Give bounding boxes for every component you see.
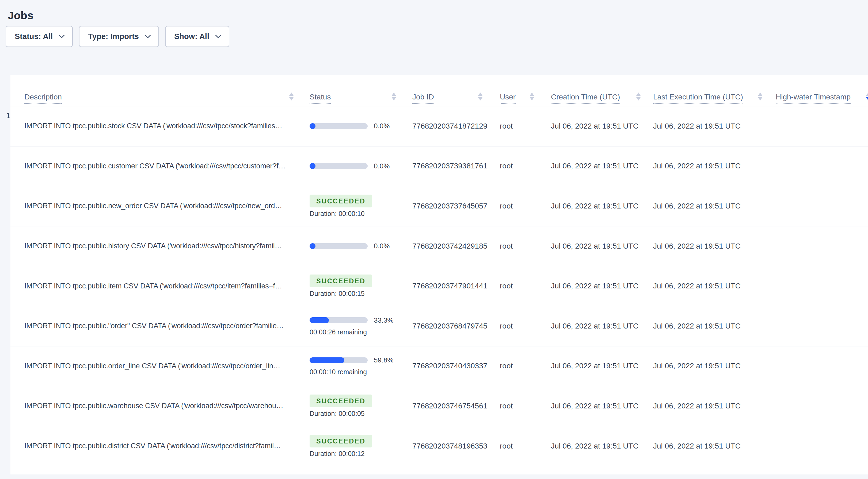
job-status: 33.3% 00:00:26 remaining	[299, 316, 401, 336]
progress-bar-fill	[310, 243, 315, 249]
type-filter-label: Type: Imports	[88, 32, 139, 41]
sort-asc-icon[interactable]	[636, 93, 641, 96]
column-header[interactable]: Description	[10, 93, 299, 104]
table-row: IMPORT INTO tpcc.public.stock CSV DATA (…	[10, 106, 868, 146]
sort-asc-icon[interactable]	[530, 93, 534, 96]
job-id: 776820203741872129	[401, 122, 488, 131]
job-description: IMPORT INTO tpcc.public.item CSV DATA ('…	[10, 282, 299, 290]
sort-arrows-icon[interactable]	[530, 93, 534, 101]
job-user: root	[488, 162, 539, 170]
job-id: 776820203740430337	[401, 362, 488, 370]
sort-desc-icon[interactable]	[289, 97, 293, 101]
sort-arrows-icon[interactable]	[392, 93, 396, 101]
sort-arrows-icon[interactable]	[758, 93, 762, 101]
progress-bar	[310, 357, 368, 363]
sort-desc-icon[interactable]	[866, 97, 868, 101]
job-id: 776820203747901441	[401, 282, 488, 290]
show-filter-dropdown[interactable]: Show: All	[165, 26, 229, 47]
progress-bar-fill	[310, 123, 315, 129]
sort-desc-icon[interactable]	[758, 97, 762, 101]
column-header[interactable]: Creation Time (UTC)	[539, 93, 646, 104]
last-execution-time: Jul 06, 2022 at 19:51 UTC	[646, 402, 768, 410]
last-execution-time: Jul 06, 2022 at 19:51 UTC	[646, 362, 768, 370]
sort-desc-icon[interactable]	[636, 97, 641, 101]
sort-asc-icon[interactable]	[478, 93, 483, 96]
last-execution-time: Jul 06, 2022 at 19:51 UTC	[646, 122, 768, 131]
progress-bar	[310, 163, 368, 169]
job-user: root	[488, 362, 539, 370]
sort-arrows-icon[interactable]	[866, 93, 868, 101]
column-label[interactable]: Last Execution Time (UTC)	[653, 93, 743, 104]
creation-time: Jul 06, 2022 at 19:51 UTC	[539, 282, 646, 290]
progress-percent: 59.8%	[374, 356, 394, 364]
column-label[interactable]: Status	[310, 93, 331, 104]
table-row: IMPORT INTO tpcc.public.customer CSV DAT…	[10, 146, 868, 186]
remaining-label: 00:00:26 remaining	[310, 328, 367, 336]
column-label[interactable]: User	[500, 93, 516, 104]
progress-bar	[310, 123, 368, 129]
status-filter-dropdown[interactable]: Status: All	[6, 26, 73, 47]
creation-time: Jul 06, 2022 at 19:51 UTC	[539, 402, 646, 410]
column-label[interactable]: Job ID	[412, 93, 434, 104]
sort-arrows-icon[interactable]	[636, 93, 641, 101]
column-header[interactable]: Status	[299, 93, 401, 104]
column-header[interactable]: Last Execution Time (UTC)	[646, 93, 768, 104]
job-id: 776820203737645057	[401, 202, 488, 210]
sort-desc-icon[interactable]	[478, 97, 483, 101]
job-status: 0.0%	[299, 122, 401, 130]
remaining-label: 00:00:10 remaining	[310, 368, 367, 376]
sort-arrows-icon[interactable]	[478, 93, 483, 101]
job-user: root	[488, 122, 539, 131]
status-badge: SUCCEEDED	[310, 195, 372, 207]
sort-desc-icon[interactable]	[530, 97, 534, 101]
job-user: root	[488, 242, 539, 250]
duration-label: Duration: 00:00:15	[310, 290, 365, 298]
job-id: 776820203768479745	[401, 322, 488, 330]
creation-time: Jul 06, 2022 at 19:51 UTC	[539, 162, 646, 170]
column-label[interactable]: High-water Timestamp	[776, 93, 850, 104]
job-status: SUCCEEDED Duration: 00:00:10	[299, 195, 401, 217]
chevron-down-icon	[145, 33, 151, 38]
progress-bar-fill	[310, 163, 315, 169]
last-execution-time: Jul 06, 2022 at 19:51 UTC	[646, 202, 768, 210]
creation-time: Jul 06, 2022 at 19:51 UTC	[539, 202, 646, 210]
sort-arrows-icon[interactable]	[289, 93, 293, 101]
type-filter-dropdown[interactable]: Type: Imports	[79, 26, 159, 47]
job-user: root	[488, 322, 539, 330]
sort-asc-icon[interactable]	[866, 93, 868, 96]
sort-asc-icon[interactable]	[758, 93, 762, 96]
duration-label: Duration: 00:00:05	[310, 410, 365, 417]
column-header[interactable]: Job ID	[401, 93, 488, 104]
table-row: IMPORT INTO tpcc.public.district CSV DAT…	[10, 426, 868, 467]
job-description: IMPORT INTO tpcc.public.stock CSV DATA (…	[10, 122, 299, 130]
filter-bar: Status: All Type: Imports Show: All	[6, 26, 229, 47]
column-label[interactable]: Creation Time (UTC)	[551, 93, 620, 104]
jobs-table: Description Status Job ID User Creation …	[10, 75, 868, 475]
column-header[interactable]: User	[488, 93, 539, 104]
job-id: 776820203746754561	[401, 402, 488, 410]
table-body: IMPORT INTO tpcc.public.stock CSV DATA (…	[10, 106, 868, 466]
status-badge: SUCCEEDED	[310, 275, 372, 287]
job-description: IMPORT INTO tpcc.public.history CSV DATA…	[10, 242, 299, 250]
last-execution-time: Jul 06, 2022 at 19:51 UTC	[646, 322, 768, 330]
creation-time: Jul 06, 2022 at 19:51 UTC	[539, 322, 646, 330]
progress-percent: 0.0%	[374, 122, 390, 130]
show-filter-label: Show: All	[174, 32, 209, 41]
job-description: IMPORT INTO tpcc.public.order_line CSV D…	[10, 362, 299, 370]
job-id: 776820203742429185	[401, 242, 488, 250]
progress-bar	[310, 243, 368, 249]
job-status: SUCCEEDED Duration: 00:00:12	[299, 435, 401, 457]
column-header[interactable]: High-water Timestamp	[768, 93, 868, 104]
table-row: IMPORT INTO tpcc.public.new_order CSV DA…	[10, 186, 868, 227]
page-title: Jobs	[8, 9, 33, 22]
job-status: 59.8% 00:00:10 remaining	[299, 356, 401, 376]
column-label[interactable]: Description	[24, 93, 62, 104]
sort-asc-icon[interactable]	[392, 93, 396, 96]
sort-desc-icon[interactable]	[392, 97, 396, 101]
creation-time: Jul 06, 2022 at 19:51 UTC	[539, 242, 646, 250]
progress-bar	[310, 317, 368, 323]
creation-time: Jul 06, 2022 at 19:51 UTC	[539, 122, 646, 131]
sort-asc-icon[interactable]	[289, 93, 293, 96]
job-description: IMPORT INTO tpcc.public.warehouse CSV DA…	[10, 402, 299, 410]
job-description: IMPORT INTO tpcc.public.new_order CSV DA…	[10, 202, 299, 210]
